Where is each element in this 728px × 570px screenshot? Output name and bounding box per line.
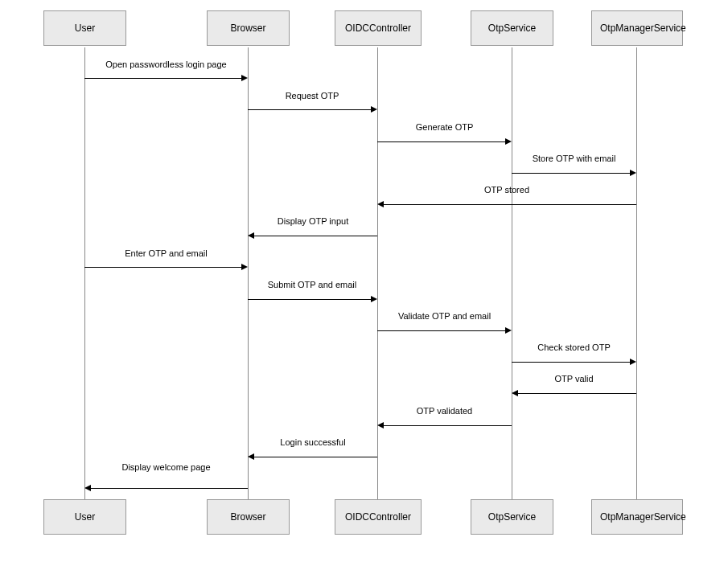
msg-label-6: Display OTP input: [248, 216, 378, 226]
arrow-head-1: [241, 75, 248, 81]
arrow-5: [384, 204, 636, 205]
arrow-9: [377, 330, 505, 331]
lifeline-browser: [248, 47, 249, 499]
participant-user-top: User: [43, 10, 126, 46]
participant-oidc-bottom: OIDCController: [335, 499, 422, 535]
arrow-head-11: [512, 390, 518, 396]
arrow-head-7: [241, 264, 248, 270]
participant-mgr-bottom: OtpManagerService: [591, 499, 683, 535]
arrow-head-9: [505, 327, 512, 334]
arrow-head-10: [630, 359, 636, 365]
lifeline-oidc: [377, 47, 378, 499]
msg-label-14: Display welcome page: [84, 462, 248, 472]
msg-label-3: Generate OTP: [377, 122, 512, 132]
lifeline-otp: [512, 47, 512, 499]
participant-otp-bottom: OtpService: [471, 499, 553, 535]
arrow-4: [512, 173, 630, 174]
msg-label-11: OTP valid: [512, 374, 636, 383]
arrow-13: [254, 457, 377, 457]
participant-oidc-top: OIDCController: [335, 10, 422, 46]
arrow-10: [512, 362, 630, 363]
participant-browser-top: Browser: [207, 10, 290, 46]
msg-label-1: Open passwordless login page: [84, 59, 248, 69]
arrow-11: [518, 393, 636, 394]
msg-label-9: Validate OTP and email: [377, 311, 512, 321]
lifeline-mgr: [636, 47, 637, 499]
arrow-head-3: [505, 138, 512, 145]
arrow-head-12: [377, 422, 384, 429]
arrow-head-14: [84, 485, 91, 491]
lifeline-user: [84, 47, 85, 499]
arrow-head-5: [377, 201, 384, 207]
arrow-head-8: [371, 296, 377, 302]
arrow-12: [384, 425, 512, 426]
participant-user-bottom: User: [43, 499, 126, 535]
participant-otp-top: OtpService: [471, 10, 553, 46]
arrow-6: [254, 236, 377, 236]
arrow-14: [91, 488, 248, 489]
arrow-2: [248, 109, 371, 110]
arrow-head-4: [630, 170, 636, 176]
arrow-head-13: [248, 453, 254, 460]
msg-label-4: Store OTP with email: [512, 154, 636, 163]
msg-label-2: Request OTP: [248, 91, 376, 100]
participant-browser-bottom: Browser: [207, 499, 290, 535]
msg-label-13: Login successful: [248, 437, 378, 447]
arrow-1: [84, 78, 241, 79]
arrow-3: [377, 141, 505, 142]
msg-label-12: OTP validated: [377, 406, 512, 416]
msg-label-5: OTP stored: [377, 185, 636, 195]
arrow-head-6: [248, 232, 254, 239]
participant-mgr-top: OtpManagerService: [591, 10, 683, 46]
msg-label-10: Check stored OTP: [512, 342, 636, 352]
msg-label-7: Enter OTP and email: [84, 248, 248, 258]
arrow-head-2: [371, 106, 377, 113]
arrow-7: [84, 267, 241, 268]
msg-label-8: Submit OTP and email: [248, 280, 376, 289]
arrow-8: [248, 299, 371, 300]
